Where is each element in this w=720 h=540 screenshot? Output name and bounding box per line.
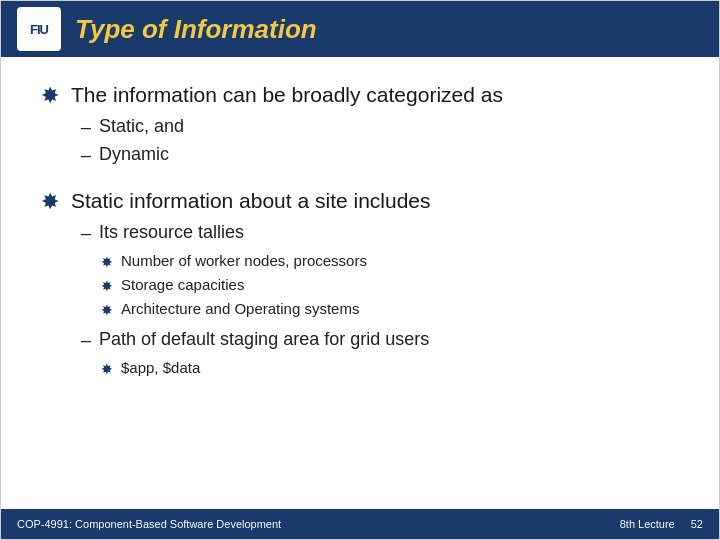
sub-star-icon: ✸ [101, 359, 113, 380]
slide-content: ✸ The information can be broadly categor… [1, 57, 719, 509]
fiu-logo: FIU [17, 7, 61, 51]
sub-sub-label: $app, $data [121, 357, 200, 380]
bullet-1-main: The information can be broadly categoriz… [71, 81, 679, 108]
list-item: – Path of default staging area for grid … [81, 327, 679, 380]
list-item: ✸ $app, $data [101, 357, 200, 380]
slide-title: Type of Information [75, 14, 317, 45]
sub-star-icon: ✸ [101, 276, 113, 297]
header: FIU Type of Information [1, 1, 719, 57]
bullet-1-content: The information can be broadly categoriz… [71, 81, 679, 169]
slide: FIU Type of Information ✸ The informatio… [0, 0, 720, 540]
bullet-1-sublist: – Static, and – Dynamic [81, 114, 679, 168]
bullet-2-sublist: – Its resource tallies ✸ Number of worke… [81, 220, 679, 380]
sub-star-icon: ✸ [101, 252, 113, 273]
dash-icon: – [81, 221, 91, 246]
sub-item-label: Dynamic [99, 142, 169, 167]
bullet-2: ✸ Static information about a site includ… [41, 187, 679, 381]
bullet-1: ✸ The information can be broadly categor… [41, 81, 679, 169]
logo-area: FIU [17, 7, 61, 51]
dash-icon: – [81, 143, 91, 168]
resource-tallies-label: Its resource tallies [99, 220, 244, 245]
staging-area-sublist: ✸ $app, $data [101, 357, 200, 380]
bullet-2-main: Static information about a site includes [71, 187, 679, 214]
dash-icon: – [81, 328, 91, 353]
sub-sub-label: Architecture and Operating systems [121, 298, 359, 321]
staging-area-label: Path of default staging area for grid us… [99, 327, 429, 352]
sub-star-icon: ✸ [101, 300, 113, 321]
footer-right: 8th Lecture 52 [620, 518, 703, 530]
sub-sub-label: Storage capacities [121, 274, 244, 297]
dash-icon: – [81, 115, 91, 140]
page-number: 52 [691, 518, 703, 530]
course-label: COP-4991: Component-Based Software Devel… [17, 518, 281, 530]
bullet-2-content: Static information about a site includes… [71, 187, 679, 381]
list-item: – Its resource tallies ✸ Number of worke… [81, 220, 679, 321]
resource-tallies-sublist: ✸ Number of worker nodes, processors ✸ S… [101, 250, 367, 321]
sub-item-label: Static, and [99, 114, 184, 139]
lecture-label: 8th Lecture [620, 518, 675, 530]
list-item: ✸ Architecture and Operating systems [101, 298, 367, 321]
bullet-star-icon-2: ✸ [41, 189, 59, 215]
footer: COP-4991: Component-Based Software Devel… [1, 509, 719, 539]
sub-sub-label: Number of worker nodes, processors [121, 250, 367, 273]
bullet-star-icon-1: ✸ [41, 83, 59, 109]
list-item: ✸ Storage capacities [101, 274, 367, 297]
list-item: – Dynamic [81, 142, 679, 168]
list-item: ✸ Number of worker nodes, processors [101, 250, 367, 273]
list-item: – Static, and [81, 114, 679, 140]
